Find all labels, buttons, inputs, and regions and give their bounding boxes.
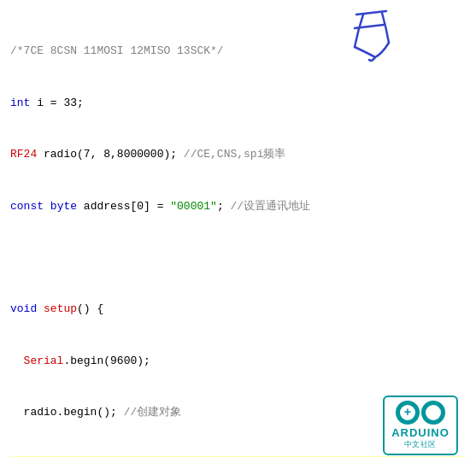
handwritten-annotation [339,4,408,67]
code-editor: /*7CE 8CSN 11MOSI 12MISO 13SCK*/ int i =… [0,0,476,457]
arduino-brand-text: ARDUINO [391,426,450,439]
code-line-5 [10,249,466,267]
arduino-circle-right [421,401,445,425]
arduino-infinity-symbol [396,401,445,425]
code-line-3: RF24 radio(7, 8,8000000); //CE,CNS,spi频率 [10,146,466,163]
code-line-6: void setup() { [10,301,466,318]
code-line-7: Serial.begin(9600); [10,353,466,370]
code-line-2: int i = 33; [10,95,466,112]
arduino-logo: ARDUINO 中文社区 [373,401,467,448]
code-line-4: const byte address[0] = "00001"; //设置通讯地… [10,198,466,215]
arduino-subtitle: 中文社区 [404,439,437,450]
arduino-circle-left [396,401,420,425]
